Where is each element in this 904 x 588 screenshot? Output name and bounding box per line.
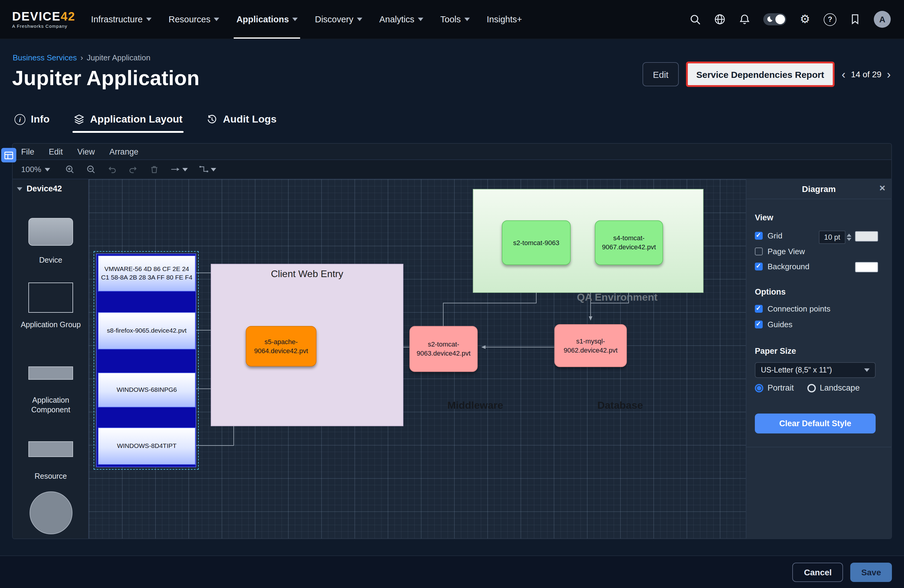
chevron-down-icon xyxy=(214,17,220,21)
node-windows-68inpg6[interactable]: WINDOWS-68INPG6 xyxy=(98,372,196,407)
nav-resources[interactable]: Resources xyxy=(169,0,220,39)
delete-icon[interactable] xyxy=(149,164,160,175)
bookmark-icon[interactable] xyxy=(849,13,861,25)
nav-tools[interactable]: Tools xyxy=(440,0,470,39)
top-navbar: DEVICE42 A Freshworks Company Infrastruc… xyxy=(0,0,904,39)
connection-points-checkbox[interactable]: Connection points xyxy=(755,304,830,313)
brand-subtitle: A Freshworks Company xyxy=(12,24,75,29)
node-s5-apache-9064[interactable]: s5-apache-9064.device42.pvt xyxy=(246,326,316,366)
chevron-down-icon xyxy=(183,167,188,171)
node-s2-tomcat-9063[interactable]: s2-tomcat-9063 xyxy=(502,220,571,265)
tab-info[interactable]: i Info xyxy=(14,114,49,133)
nav-insights[interactable]: Insights+ xyxy=(487,0,522,39)
redo-icon[interactable] xyxy=(128,164,139,175)
connection-style-tool[interactable] xyxy=(171,164,188,175)
menu-view[interactable]: View xyxy=(77,147,95,156)
save-button[interactable]: Save xyxy=(850,562,892,582)
bell-icon[interactable] xyxy=(738,13,751,25)
shape-resource[interactable] xyxy=(13,441,89,457)
qa-environment-label[interactable]: QA Environment xyxy=(566,292,669,304)
background-color-swatch[interactable] xyxy=(855,262,878,272)
landscape-radio[interactable]: Landscape xyxy=(807,383,860,393)
action-footer: Cancel Save xyxy=(0,555,904,588)
page-view-checkbox[interactable]: Page View xyxy=(755,247,805,256)
grid-color-swatch[interactable] xyxy=(855,231,878,241)
view-section-title: View xyxy=(755,213,773,222)
tab-application-layout[interactable]: Application Layout xyxy=(74,114,182,133)
user-avatar[interactable]: A xyxy=(874,11,891,28)
close-icon[interactable]: × xyxy=(879,182,885,194)
chevron-down-icon xyxy=(357,17,362,21)
node-windows-8d4tipt[interactable]: WINDOWS-8D4TIPT xyxy=(98,427,196,465)
gear-icon[interactable]: ⚙ xyxy=(799,13,811,25)
checkbox-checked-icon xyxy=(755,263,763,270)
grid-size-spinner[interactable] xyxy=(847,233,852,241)
navbar-utilities: ⚙ ? A xyxy=(689,11,904,28)
menu-edit[interactable]: Edit xyxy=(49,147,63,156)
tab-audit-logs[interactable]: Audit Logs xyxy=(207,114,277,133)
shape-application-group[interactable] xyxy=(13,282,89,313)
undo-icon[interactable] xyxy=(107,164,117,175)
grid-size-input[interactable]: 10 pt xyxy=(819,231,852,244)
clear-default-style-button[interactable]: Clear Default Style xyxy=(755,413,876,434)
service-dependencies-report-button[interactable]: Service Dependencies Report xyxy=(686,61,834,87)
background-checkbox[interactable]: Background xyxy=(755,262,809,271)
shape-circle[interactable] xyxy=(13,492,89,534)
shape-application-component[interactable] xyxy=(13,366,89,380)
elbow-connector-icon xyxy=(199,164,209,175)
shapes-group-device42[interactable]: Device42 xyxy=(13,179,88,193)
breadcrumb-business-services[interactable]: Business Services xyxy=(13,53,77,62)
page-tabs: i Info Application Layout Audit Logs xyxy=(14,114,277,133)
edit-button[interactable]: Edit xyxy=(643,62,679,86)
chevron-down-icon xyxy=(864,368,869,372)
globe-icon[interactable] xyxy=(714,13,726,25)
diagram-canvas[interactable]: QA Environment s2-tomcat-9063 s4-tomcat-… xyxy=(89,179,747,539)
diagram-editor: File Edit View Arrange 100% xyxy=(12,143,892,539)
cancel-button[interactable]: Cancel xyxy=(793,562,843,582)
menu-file[interactable]: File xyxy=(21,147,35,156)
toggle-knob xyxy=(775,14,785,24)
device-stack-container[interactable]: VMWARE-56 4D 86 CF 2E 24 C1 58-8A 2B 28 … xyxy=(96,254,196,467)
pagination: ‹ 14 of 29 › xyxy=(841,69,891,80)
nav-infrastructure[interactable]: Infrastructure xyxy=(91,0,152,39)
history-icon xyxy=(207,114,217,125)
portrait-radio[interactable]: Portrait xyxy=(755,383,794,393)
next-page-icon[interactable]: › xyxy=(887,69,891,80)
middleware-label[interactable]: Middleware xyxy=(436,400,515,412)
guides-checkbox[interactable]: Guides xyxy=(755,320,792,329)
search-icon[interactable] xyxy=(689,13,701,25)
grid-checkbox[interactable]: Grid xyxy=(755,231,782,240)
nav-analytics[interactable]: Analytics xyxy=(379,0,423,39)
shape-device-label: Device xyxy=(13,255,89,265)
device42-logo[interactable]: DEVICE42 A Freshworks Company xyxy=(12,10,75,29)
database-label[interactable]: Database xyxy=(581,400,659,412)
zoom-level-dropdown[interactable]: 100% xyxy=(21,165,51,174)
format-panel-toggle-button[interactable] xyxy=(1,148,16,162)
chevron-down-icon xyxy=(292,17,298,21)
zoom-in-icon[interactable] xyxy=(65,164,75,175)
node-s4-tomcat-9067[interactable]: s4-tomcat-9067.device42.pvt xyxy=(595,220,663,265)
menu-arrange[interactable]: Arrange xyxy=(109,147,138,156)
help-icon[interactable]: ? xyxy=(824,13,836,26)
prev-page-icon[interactable]: ‹ xyxy=(841,69,846,80)
radio-selected-icon xyxy=(755,384,763,392)
shape-device[interactable] xyxy=(13,218,89,246)
zoom-out-icon[interactable] xyxy=(86,164,96,175)
spinner-down-icon xyxy=(847,238,852,241)
chevron-down-icon xyxy=(45,167,51,171)
chevron-down-icon xyxy=(465,17,470,21)
page-title: Jupiter Application xyxy=(12,66,199,90)
shape-application-component-label: Application Component xyxy=(13,396,89,415)
nav-applications[interactable]: Applications xyxy=(236,0,298,39)
nav-discovery[interactable]: Discovery xyxy=(315,0,362,39)
dark-mode-toggle[interactable] xyxy=(763,13,786,25)
waypoint-style-tool[interactable] xyxy=(199,164,217,175)
node-vmware[interactable]: VMWARE-56 4D 86 CF 2E 24 C1 58-8A 2B 28 … xyxy=(98,255,196,292)
node-s2-tomcat-9063-pvt[interactable]: s2-tomcat-9063.device42.pvt xyxy=(409,326,478,372)
paper-size-select[interactable]: US-Letter (8,5" x 11") xyxy=(755,362,876,378)
info-icon: i xyxy=(14,114,25,125)
node-s1-mysql-9062[interactable]: s1-mysql-9062.device42.pvt xyxy=(554,324,627,367)
node-s8-firefox-9065[interactable]: s8-firefox-9065.device42.pvt xyxy=(98,312,196,350)
checkbox-checked-icon xyxy=(755,305,763,313)
checkbox-checked-icon xyxy=(755,232,763,240)
